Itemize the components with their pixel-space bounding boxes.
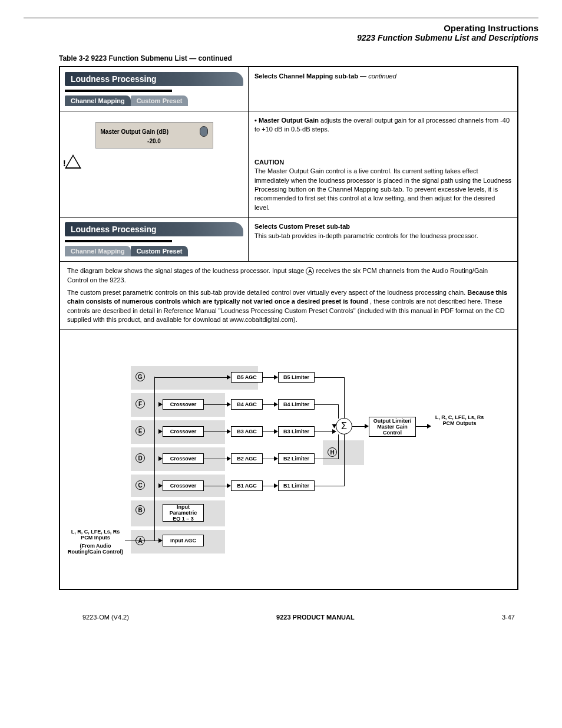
- b5-limiter: B5 Limiter: [278, 372, 315, 383]
- gain-bullet: • Master Output Gain: [254, 117, 319, 124]
- b5-agc: B5 AGC: [231, 372, 263, 383]
- footer-left: 9223-OM (V4.2): [82, 614, 129, 621]
- loudness-processing-title-2: Loudness Processing: [65, 222, 243, 236]
- signal-flow-diagram: A B C D E F G H L, R, C, LFE, Ls, Rs PCM…: [66, 341, 511, 571]
- crossover-1: Crossover: [163, 480, 204, 491]
- slider-value: -20.0: [101, 138, 208, 144]
- marker-a-inline: A: [306, 267, 314, 275]
- table-caption: Table 3-2 9223 Function Submenu List — c…: [59, 54, 538, 62]
- sum-node: Σ: [336, 418, 352, 434]
- header-line2: 9223 Function Submenu List and Descripti…: [24, 33, 538, 42]
- input-eq-block: Input Parametric EQ 1 – 3: [163, 504, 204, 522]
- custom-preset-title: Selects Custom Preset sub-tab: [254, 223, 350, 230]
- footer-mid: 9223 PRODUCT MANUAL: [276, 614, 355, 621]
- b2-limiter: B2 Limiter: [278, 453, 315, 464]
- b3-agc: B3 AGC: [231, 426, 263, 437]
- tab-channel-mapping-2[interactable]: Channel Mapping: [65, 246, 131, 256]
- crossover-3: Crossover: [163, 426, 204, 437]
- pcm-outputs-label: L, R, C, LFE, Ls, Rs PCM Outputs: [431, 414, 488, 426]
- main-table: Loudness Processing Channel Mapping Cust…: [59, 66, 518, 590]
- master-output-gain-slider[interactable]: Master Output Gain (dB) -20.0: [95, 122, 213, 149]
- pcm-inputs-label: L, R, C, LFE, Ls, Rs PCM Inputs (From Au…: [66, 529, 125, 555]
- page-footer: 9223-OM (V4.2) 9223 PRODUCT MANUAL 3-47: [82, 614, 515, 621]
- footer-right: 3-47: [502, 614, 515, 621]
- tab-custom-preset[interactable]: Custom Preset: [131, 95, 189, 106]
- caution-text: The Master Output Gain control is a live…: [254, 167, 511, 212]
- input-agc-block: Input AGC: [163, 535, 204, 546]
- loudness-processing-title: Loudness Processing: [65, 72, 243, 86]
- slider-knob-icon[interactable]: [200, 126, 208, 137]
- warning-icon: [65, 154, 81, 169]
- caution-label: CAUTION: [254, 159, 284, 166]
- b1-agc: B1 AGC: [231, 480, 263, 491]
- b4-limiter: B4 Limiter: [278, 399, 315, 410]
- b1-limiter: B1 Limiter: [278, 480, 315, 491]
- tab-channel-mapping[interactable]: Channel Mapping: [65, 95, 131, 106]
- b4-agc: B4 AGC: [231, 399, 263, 410]
- tab-custom-preset-2[interactable]: Custom Preset: [131, 246, 189, 256]
- crossover-4: Crossover: [163, 399, 204, 410]
- b2-agc: B2 AGC: [231, 453, 263, 464]
- output-limiter-block: Output Limiter/ Master Gain Control: [369, 417, 416, 437]
- custom-preset-desc: This sub-tab provides in-depth parametri…: [254, 232, 511, 241]
- crossover-2: Crossover: [163, 453, 204, 464]
- page-header: Operating Instructions 9223 Function Sub…: [24, 23, 538, 42]
- b3-limiter: B3 Limiter: [278, 426, 315, 437]
- header-line1: Operating Instructions: [24, 23, 538, 33]
- channel-mapping-desc-title: Selects Channel Mapping sub-tab —: [254, 73, 366, 80]
